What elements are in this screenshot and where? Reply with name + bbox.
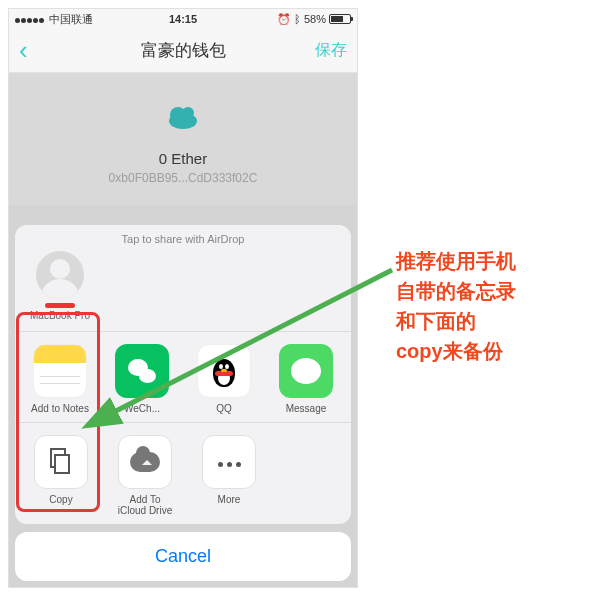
wechat-icon — [115, 344, 169, 398]
phone-frame: 中国联通 14:15 ⏰ ᛒ 58% ‹ 富豪的钱包 保存 0 Ether 0x… — [8, 8, 358, 588]
action-label: Copy — [21, 494, 101, 505]
app-label: QQ — [185, 403, 263, 414]
action-label: Add To iCloud Drive — [105, 494, 185, 516]
page-title: 富豪的钱包 — [9, 39, 357, 62]
share-app-notes[interactable]: Add to Notes — [21, 344, 99, 414]
annotation-text: 推荐使用手机 自带的备忘录 和下面的 copy来备份 — [396, 246, 516, 366]
airdrop-target-label: MacBook Pro — [25, 310, 95, 321]
share-apps-row: Add to Notes WeCh... QQ Message — [15, 332, 351, 422]
cancel-button[interactable]: Cancel — [15, 532, 351, 581]
nav-bar: ‹ 富豪的钱包 保存 — [9, 29, 357, 73]
icloud-icon — [118, 435, 172, 489]
clock-label: 14:15 — [9, 13, 357, 25]
share-actions-row: Copy Add To iCloud Drive More — [15, 422, 351, 524]
share-action-copy[interactable]: Copy — [21, 435, 101, 516]
airdrop-section: Tap to share with AirDrop MacBook Pro — [15, 225, 351, 332]
share-sheet: Tap to share with AirDrop MacBook Pro Ad… — [15, 225, 351, 581]
app-label: Message — [267, 403, 345, 414]
status-bar: 中国联通 14:15 ⏰ ᛒ 58% — [9, 9, 357, 29]
notes-icon — [33, 344, 87, 398]
avatar-icon — [36, 251, 84, 299]
share-app-qq[interactable]: QQ — [185, 344, 263, 414]
copy-icon — [34, 435, 88, 489]
airdrop-target[interactable]: MacBook Pro — [25, 251, 95, 321]
qq-icon — [197, 344, 251, 398]
message-icon — [279, 344, 333, 398]
battery-icon — [329, 14, 351, 24]
app-label: Add to Notes — [21, 403, 99, 414]
app-label: WeCh... — [103, 403, 181, 414]
share-action-icloud[interactable]: Add To iCloud Drive — [105, 435, 185, 516]
share-app-message[interactable]: Message — [267, 344, 345, 414]
cancel-label: Cancel — [155, 546, 211, 566]
airdrop-hint: Tap to share with AirDrop — [15, 233, 351, 245]
share-app-wechat[interactable]: WeCh... — [103, 344, 181, 414]
airdrop-status-icon — [45, 303, 75, 308]
action-label: More — [189, 494, 269, 505]
more-icon — [202, 435, 256, 489]
share-action-more[interactable]: More — [189, 435, 269, 516]
